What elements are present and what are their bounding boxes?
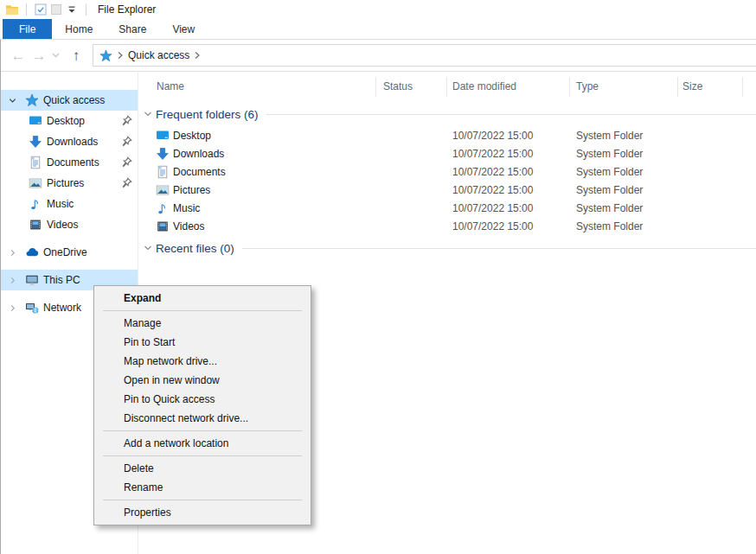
group-header-frequent-folders[interactable]: Frequent folders (6) (139, 105, 756, 124)
forward-button[interactable]: → (29, 48, 49, 63)
sidebar-item-label: Downloads (47, 136, 98, 148)
tab-share[interactable]: Share (106, 19, 159, 39)
chevron-right-icon[interactable] (6, 248, 18, 258)
chevron-down-icon[interactable] (6, 96, 18, 105)
date-modified-cell: 10/07/2022 15:00 (452, 220, 533, 232)
file-name-cell: Documents (156, 162, 226, 181)
file-row-music[interactable]: Music10/07/2022 15:00System Folder (139, 199, 756, 217)
breadcrumb-location[interactable]: Quick access (128, 49, 189, 61)
menu-item-open-in-new-window[interactable]: Open in new window (94, 371, 311, 390)
navigation-bar: ← → ↑ Quick access (0, 40, 756, 72)
group-header-label: Frequent folders (6) (156, 108, 259, 121)
network-icon (25, 301, 39, 315)
pin-icon (121, 177, 132, 188)
sidebar-item-documents[interactable]: Documents (0, 152, 138, 173)
file-name-cell: Desktop (156, 126, 211, 144)
type-cell: System Folder (576, 220, 643, 232)
menu-separator (103, 455, 302, 456)
menu-separator (103, 430, 302, 431)
address-bar[interactable]: Quick access (93, 44, 756, 67)
menu-separator (103, 500, 302, 500)
pin-icon (121, 115, 132, 126)
group-chevron-icon[interactable] (143, 243, 153, 253)
menu-item-rename[interactable]: Rename (94, 478, 311, 497)
file-row-pictures[interactable]: Pictures10/07/2022 15:00System Folder (139, 181, 756, 199)
file-row-documents[interactable]: Documents10/07/2022 15:00System Folder (139, 162, 756, 181)
pictures-icon (156, 183, 170, 197)
sidebar-item-label: Quick access (43, 94, 105, 106)
file-explorer-logo-icon (4, 2, 20, 17)
column-header-name[interactable]: Name (157, 80, 184, 92)
customize-toolbar-dropdown[interactable] (64, 2, 80, 17)
file-row-desktop[interactable]: Desktop10/07/2022 15:00System Folder (139, 126, 756, 144)
date-modified-cell: 10/07/2022 15:00 (452, 166, 533, 178)
music-icon (29, 197, 42, 211)
tab-file[interactable]: File (3, 19, 52, 39)
toolbar-separator (26, 3, 27, 16)
group-header-recent-files[interactable]: Recent files (0) (139, 239, 756, 258)
menu-item-properties[interactable]: Properties (94, 503, 311, 522)
column-header-type[interactable]: Type (576, 80, 599, 92)
file-row-videos[interactable]: Videos10/07/2022 15:00System Folder (139, 217, 756, 235)
file-name: Pictures (173, 184, 210, 196)
column-separator[interactable] (375, 77, 376, 97)
group-chevron-icon[interactable] (143, 109, 153, 119)
tab-home[interactable]: Home (52, 19, 106, 39)
pictures-icon (29, 176, 42, 190)
sidebar-item-quick-access[interactable]: Quick access (0, 90, 138, 111)
column-separator[interactable] (742, 77, 743, 97)
sidebar-item-downloads[interactable]: Downloads (0, 131, 138, 152)
sidebar-item-onedrive[interactable]: OneDrive (0, 242, 138, 263)
breadcrumb-chevron-icon[interactable] (117, 51, 124, 60)
type-cell: System Folder (576, 184, 643, 196)
recent-locations-dropdown[interactable] (49, 53, 62, 58)
sidebar-item-desktop[interactable]: Desktop (0, 111, 138, 131)
menu-item-delete[interactable]: Delete (94, 459, 311, 478)
sidebar-item-music[interactable]: Music (0, 194, 138, 214)
ribbon-tabs: File Home Share View (0, 19, 756, 40)
column-separator[interactable] (446, 77, 447, 97)
menu-item-add-a-network-location[interactable]: Add a network location (94, 434, 311, 453)
sidebar-item-label: Videos (47, 219, 78, 231)
desktop-icon (156, 129, 170, 143)
chevron-right-icon[interactable] (6, 303, 18, 313)
documents-icon (29, 156, 42, 169)
type-cell: System Folder (576, 130, 643, 142)
file-name-cell: Videos (156, 217, 204, 235)
column-separator[interactable] (677, 77, 678, 97)
menu-item-disconnect-network-drive[interactable]: Disconnect network drive... (94, 409, 311, 428)
videos-icon (29, 218, 42, 232)
menu-item-pin-to-quick-access[interactable]: Pin to Quick access (94, 390, 311, 409)
menu-item-pin-to-start[interactable]: Pin to Start (94, 333, 311, 352)
menu-item-map-network-drive[interactable]: Map network drive... (94, 352, 311, 371)
column-separator[interactable] (569, 77, 570, 97)
date-modified-cell: 10/07/2022 15:00 (452, 202, 533, 214)
group-header-rule (266, 114, 756, 115)
type-cell: System Folder (576, 148, 643, 160)
column-headers: NameStatusDate modifiedTypeSize (139, 73, 756, 101)
back-button[interactable]: ← (8, 48, 29, 63)
chevron-right-icon[interactable] (6, 276, 18, 285)
tab-view[interactable]: View (159, 19, 208, 39)
menu-item-manage[interactable]: Manage (94, 314, 311, 333)
menu-separator (103, 310, 302, 311)
onedrive-icon (25, 245, 39, 259)
column-header-size[interactable]: Size (682, 80, 702, 92)
quick-access-star-icon (25, 93, 39, 107)
menu-item-expand[interactable]: Expand (94, 289, 311, 308)
sidebar-item-videos[interactable]: Videos (0, 214, 138, 235)
group-header-rule (242, 248, 756, 249)
up-button[interactable]: ↑ (67, 48, 86, 63)
desktop-icon (29, 114, 42, 128)
sidebar-item-label: Pictures (47, 177, 84, 189)
sidebar-item-pictures[interactable]: Pictures (0, 173, 138, 194)
window-left-border (0, 40, 1, 554)
column-header-status[interactable]: Status (383, 80, 413, 92)
column-header-date-modified[interactable]: Date modified (452, 80, 516, 92)
documents-icon (156, 165, 170, 179)
file-row-downloads[interactable]: Downloads10/07/2022 15:00System Folder (139, 144, 756, 162)
properties-button[interactable] (33, 2, 48, 17)
toolbar-separator (86, 3, 86, 16)
new-folder-button[interactable] (48, 2, 64, 17)
breadcrumb-chevron-icon[interactable] (194, 51, 201, 60)
